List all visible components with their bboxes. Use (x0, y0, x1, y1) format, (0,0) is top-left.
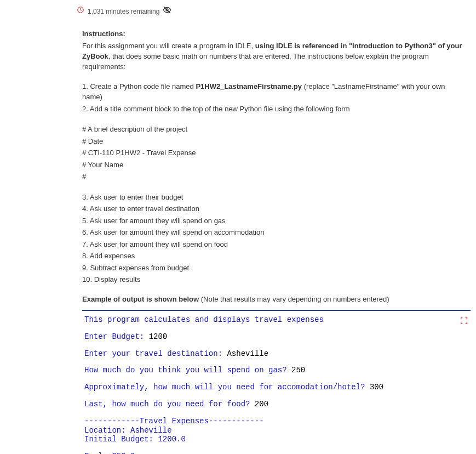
comment-line: # (82, 171, 465, 182)
step-7: 7. Ask user for amount they will spend o… (82, 239, 465, 250)
minutes-remaining-text: 1,031 minutes remaining (88, 7, 159, 16)
step1-bold: P1HW2_LastnameFirstname.py (196, 82, 302, 90)
code-output-block: This program calculates and displays tra… (82, 310, 471, 454)
comment-line: # A brief description of the project (82, 124, 465, 135)
step-2: 2. Add a title comment block to the top … (82, 104, 465, 115)
comment-line: # Date (82, 136, 465, 147)
step-9: 9. Subtract expenses from budget (82, 263, 465, 274)
eye-off-icon[interactable] (163, 5, 171, 18)
prompt-accommodation: Approximately, how much will you need fo… (84, 383, 370, 391)
step-3: 3. Ask user to enter their budget (82, 192, 465, 203)
example-bold: Example of output is shown below (82, 295, 199, 303)
output-location: Location: Asheville (84, 426, 172, 435)
example-output-label: Example of output is shown below (Note t… (82, 294, 465, 305)
output-divider: ------------Travel Expenses------------ (84, 417, 264, 425)
output-fuel: Fuel: 250.0 (84, 452, 135, 454)
instructions-heading: Instructions: (82, 29, 465, 39)
step-5: 5. Ask user for amount they will spend o… (82, 215, 465, 226)
code-line-intro: This program calculates and displays tra… (84, 315, 324, 324)
step-1: 1. Create a Python code file named P1HW2… (82, 81, 465, 103)
prompt-budget: Enter Budget: (84, 332, 149, 341)
prompt-destination: Enter your travel destination: (84, 349, 227, 358)
expand-icon[interactable] (460, 316, 468, 328)
prompt-food: Last, how much do you need for food? (84, 400, 255, 408)
step-10: 10. Display results (82, 274, 465, 285)
comment-line: # Your Name (82, 160, 465, 171)
step-6: 6. Ask user for amount they will spend o… (82, 227, 465, 238)
output-initial-budget: Initial Budget: 1200.0 (84, 435, 186, 444)
prompt-gas: How much do you think you will spend on … (84, 366, 291, 374)
value-destination: Asheville (227, 349, 268, 358)
instructions-intro: For this assignment you will create a pr… (82, 41, 465, 72)
value-accommodation: 300 (370, 383, 383, 391)
value-gas: 250 (291, 366, 305, 374)
value-food: 200 (255, 400, 268, 408)
intro-post: , that does some basic math on numbers t… (82, 52, 429, 71)
time-remaining-row: 1,031 minutes remaining (77, 5, 465, 18)
intro-pre: For this assignment you will create a pr… (82, 42, 255, 50)
comment-line: # CTI-110 P1HW2 - Travel Expense (82, 147, 465, 158)
step-8: 8. Add expenses (82, 251, 465, 262)
clock-icon (77, 6, 84, 17)
step-4: 4. Ask user to enter travel destination (82, 203, 465, 214)
value-budget: 1200 (149, 332, 168, 341)
step1-pre: 1. Create a Python code file named (82, 82, 196, 90)
example-rest: (Note that results may vary depending on… (199, 295, 389, 303)
